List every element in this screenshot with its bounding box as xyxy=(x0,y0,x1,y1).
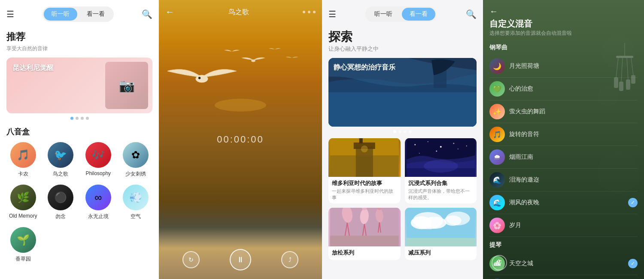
timer-icon: ⏱ xyxy=(492,255,507,270)
mix-name-note: 旋转的音符 xyxy=(509,130,638,138)
section-title-recommend: 推荐 xyxy=(6,30,152,43)
panel1-header: ☰ 听一听 看一看 🔍 xyxy=(6,6,152,22)
panel4-content: ← 自定义混音 选择想要添加的音源就会自动混音啦 钢琴曲 🌙 月光照荷塘 💚 心… xyxy=(489,6,638,279)
tab-listen-p1[interactable]: 听一听 xyxy=(44,8,77,21)
tab-see-p1[interactable]: 看一看 xyxy=(79,8,112,21)
explore-subtitle: 让身心融入平静之中 xyxy=(328,45,477,53)
music-item-philosophy[interactable]: 🎶 Philosophy xyxy=(82,142,115,178)
dot-4 xyxy=(86,117,89,120)
panel-player: ← 鸟之歌 00:00:00 ↻ ⏸ ⤴ xyxy=(159,0,322,279)
card-relax[interactable]: 放松系列 xyxy=(328,208,401,260)
mix-name-fire: 萤火虫的舞蹈 xyxy=(509,108,638,115)
search-icon-p3[interactable]: 🔍 xyxy=(466,9,477,19)
svg-point-15 xyxy=(427,141,428,142)
mix-check-city: ✓ xyxy=(628,259,638,268)
mix-item-rain[interactable]: 🌧 烟雨江南 xyxy=(489,146,638,169)
mix-item-year[interactable]: 🌸 岁月 xyxy=(489,214,638,237)
music-item-念[interactable]: ⚫ 勿念 xyxy=(44,185,78,220)
svg-point-16 xyxy=(440,146,441,148)
mix-item-memory-star[interactable]: ⭐ 记忆星空 xyxy=(489,275,638,279)
music-grid-row3: 🌱 香草园 xyxy=(6,227,152,263)
menu-icon-p3[interactable]: ☰ xyxy=(328,9,336,19)
svg-point-19 xyxy=(419,153,419,154)
mix-item-ocean[interactable]: 🌊 泪海的邀迩 xyxy=(489,169,638,191)
svg-point-2 xyxy=(251,60,255,62)
mix-item-heal[interactable]: 💚 心的治愈 xyxy=(489,78,638,100)
mix-item-note[interactable]: 🎵 旋转的音符 xyxy=(489,123,638,146)
card-destress[interactable]: 减压系列 xyxy=(405,208,477,260)
cdot-4 xyxy=(409,130,412,133)
card-info-victoria: 维多利亚时代的故事 一起来探寻维多利亚时代的故事 xyxy=(328,177,401,203)
mix-thumb-heal: 💚 xyxy=(489,81,505,97)
explore-banner-dots xyxy=(328,130,477,133)
label-oldmem: Old Memory xyxy=(9,213,37,219)
mix-name-rain: 烟雨江南 xyxy=(509,153,638,161)
music-item-oldmemory[interactable]: 🌿 Old Memory xyxy=(6,185,40,220)
thumb-phil: 🎶 xyxy=(85,142,111,168)
tab-listen-p3[interactable]: 听一听 xyxy=(367,8,400,21)
card-info-immersive: 沉浸式系列合集 沉浸式声音体验，带给您不一样的感受。 xyxy=(405,177,477,203)
svg-point-1 xyxy=(198,77,200,79)
card-title-relax: 放松系列 xyxy=(332,249,397,257)
music-item-herb[interactable]: 🌱 香草园 xyxy=(6,227,40,263)
banner-dots xyxy=(6,117,152,120)
svg-point-18 xyxy=(466,146,467,146)
mix-item-fire[interactable]: ✨ 萤火虫的舞蹈 xyxy=(489,100,638,123)
svg-point-22 xyxy=(423,160,458,173)
card-img-city xyxy=(328,138,401,177)
player-header: ← 鸟之歌 xyxy=(159,6,322,18)
category-piano: 钢琴曲 xyxy=(489,44,638,52)
card-info-destress: 减压系列 xyxy=(405,246,477,260)
svg-point-3 xyxy=(215,99,266,112)
player-back-icon[interactable]: ← xyxy=(165,6,175,18)
mix-item-moon[interactable]: 🌙 月光照荷塘 xyxy=(489,55,638,78)
play-pause-button[interactable]: ⏸ xyxy=(230,249,251,270)
panel-home: ☰ 听一听 看一看 🔍 推荐 享受大自然的音律 昆达利尼觉醒 📷 八音盒 🎵 卡… xyxy=(0,0,159,279)
panel4-back-icon[interactable]: ← xyxy=(489,6,498,16)
banner-card-label: 静心冥想的治疗音乐 xyxy=(334,63,395,72)
thumb-念: ⚫ xyxy=(48,185,73,210)
recommend-banner[interactable]: 昆达利尼觉醒 📷 xyxy=(6,58,152,113)
timer-button[interactable]: ⏱ xyxy=(492,255,507,270)
music-item-canon[interactable]: 🎵 卡农 xyxy=(6,142,40,178)
banner-image: 📷 xyxy=(105,62,148,109)
card-img-starry xyxy=(405,138,477,177)
mix-thumb-wind: 🌊 xyxy=(489,195,505,210)
label-phil: Philosophy xyxy=(85,170,111,176)
explore-banner[interactable]: 静心冥想的治疗音乐 xyxy=(328,58,477,127)
cdot-3 xyxy=(404,130,407,133)
card-img-flamingo xyxy=(328,208,401,246)
svg-rect-11 xyxy=(359,138,363,143)
mix-item-city[interactable]: 🏙 天空之城 ✓ xyxy=(489,252,638,275)
label-air: 空气 xyxy=(131,213,141,220)
player-controls: ↻ ⏸ ⤴ xyxy=(159,249,322,270)
search-icon-p1[interactable]: 🔍 xyxy=(142,9,152,19)
card-immersive[interactable]: 沉浸式系列合集 沉浸式声音体验，带给您不一样的感受。 xyxy=(405,138,477,203)
cdot-1 xyxy=(393,130,396,133)
panel4-header: ← xyxy=(489,6,638,16)
card-victoria[interactable]: 维多利亚时代的故事 一起来探寻维多利亚时代的故事 xyxy=(328,138,401,203)
music-item-forever[interactable]: ∞ 永无止境 xyxy=(82,185,115,220)
tab-see-p3[interactable]: 看一看 xyxy=(402,8,435,21)
mix-item-wind[interactable]: 🌊 潮风的夜晚 ✓ xyxy=(489,191,638,214)
mix-name-heal: 心的治愈 xyxy=(509,85,638,93)
card-sub-immersive: 沉浸式声音体验，带给您不一样的感受。 xyxy=(408,188,474,201)
menu-icon[interactable]: ☰ xyxy=(6,9,14,19)
thumb-oldmem: 🌿 xyxy=(10,185,36,210)
loop-button[interactable]: ↻ xyxy=(182,251,200,268)
card-sub-victoria: 一起来探寻维多利亚时代的故事 xyxy=(332,188,397,201)
card-title-destress: 减压系列 xyxy=(408,249,474,257)
thumb-bird: 🐦 xyxy=(48,142,73,168)
share-button[interactable]: ⤴ xyxy=(281,251,298,268)
music-item-air[interactable]: 💨 空气 xyxy=(119,185,153,220)
label-canon: 卡农 xyxy=(18,170,28,178)
explore-grid-top: 维多利亚时代的故事 一起来探寻维多利亚时代的故事 xyxy=(328,138,477,203)
svg-point-20 xyxy=(436,151,437,152)
mix-thumb-rain: 🌧 xyxy=(489,149,505,165)
music-item-girl[interactable]: ✿ 少女刺绣 xyxy=(119,142,153,178)
panel3-header: ☰ 听一听 看一看 🔍 xyxy=(328,6,477,22)
svg-point-21 xyxy=(457,149,458,149)
mix-thumb-fire: ✨ xyxy=(489,104,505,119)
mix-name-year: 岁月 xyxy=(509,221,638,229)
music-item-bird[interactable]: 🐦 鸟之歌 xyxy=(44,142,78,178)
